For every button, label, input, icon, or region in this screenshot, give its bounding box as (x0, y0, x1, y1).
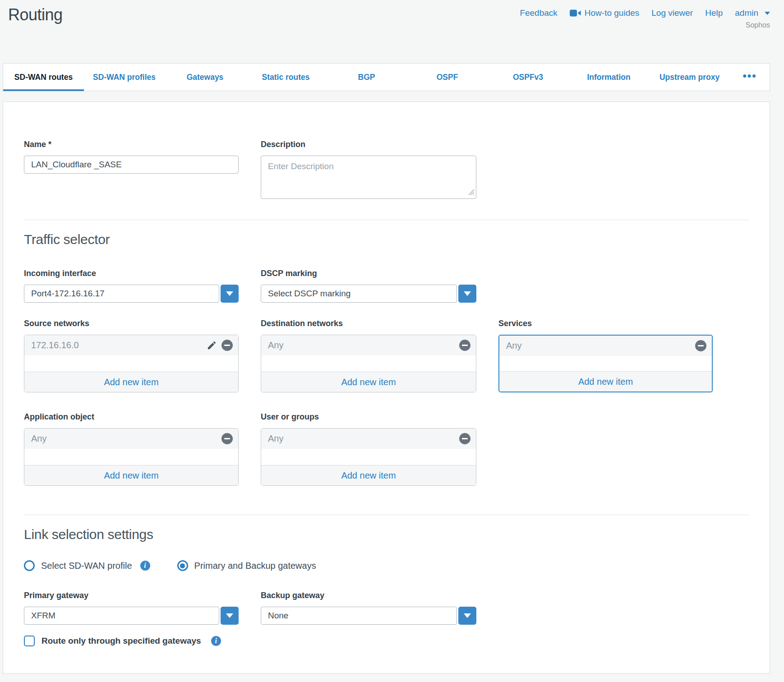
remove-item-icon[interactable] (221, 433, 233, 444)
add-new-item-button[interactable]: Add new item (499, 371, 712, 392)
more-tabs-button[interactable]: ••• (730, 64, 770, 91)
description-label: Description (261, 140, 476, 149)
application-object-field: Application object Any Add new item (24, 412, 239, 486)
user-or-groups-label: User or groups (261, 412, 476, 422)
services-label: Services (498, 319, 713, 328)
backup-gateway-select[interactable]: None (261, 607, 476, 625)
name-input[interactable] (24, 156, 239, 174)
traffic-selector-heading: Traffic selector (24, 232, 749, 247)
tab-bgp[interactable]: BGP (326, 64, 407, 91)
dscp-marking-field: DSCP marking Select DSCP marking (261, 269, 476, 303)
edit-pencil-icon[interactable] (207, 340, 217, 350)
source-networks-listbox: 172.16.16.0 Add new item (24, 335, 239, 392)
destination-networks-listbox: Any Add new item (261, 335, 476, 392)
add-new-item-button[interactable]: Add new item (261, 465, 476, 485)
ellipsis-icon: ••• (742, 69, 756, 82)
remove-item-icon[interactable] (695, 340, 706, 351)
description-field-group: Description (261, 140, 476, 201)
user-or-groups-field: User or groups Any Add new item (261, 412, 476, 486)
incoming-interface-field: Incoming interface Port4-172.16.16.17 (24, 269, 239, 303)
tab-sdwan-routes[interactable]: SD-WAN routes (3, 64, 84, 91)
incoming-interface-select[interactable]: Port4-172.16.16.17 (24, 285, 239, 303)
dscp-marking-select[interactable]: Select DSCP marking (261, 285, 476, 303)
description-textarea[interactable] (261, 156, 476, 199)
backup-gateway-label: Backup gateway (261, 591, 476, 600)
tab-bar: SD-WAN routes SD-WAN profiles Gateways S… (3, 63, 770, 91)
services-field: Services Any Add new item (498, 319, 713, 392)
top-nav: Feedback How-to guides Log viewer Help a… (520, 5, 770, 18)
page-header: Routing Feedback How-to guides Log viewe… (0, 0, 784, 63)
radio-sdwan-profile-label: Select SD-WAN profile (41, 561, 132, 571)
page-title: Routing (8, 5, 63, 63)
destination-networks-field: Destination networks Any Add new item (261, 319, 476, 392)
source-networks-field: Source networks 172.16.16.0 Add new item (24, 319, 239, 392)
radio-primary-backup-gateways[interactable] (177, 560, 188, 571)
info-icon[interactable]: i (211, 636, 221, 646)
triangle-down-icon (464, 613, 471, 618)
tab-static-routes[interactable]: Static routes (245, 64, 326, 91)
listbox-empty-area (261, 355, 476, 372)
admin-menu[interactable]: admin (735, 8, 770, 18)
backup-gateway-field: Backup gateway None (261, 591, 476, 625)
triangle-down-icon (464, 291, 471, 296)
howto-guides-link[interactable]: How-to guides (570, 8, 639, 18)
name-field-group: Name * (24, 140, 239, 174)
route-only-checkbox-label: Route only through specified gateways (42, 636, 201, 646)
list-item: Any (261, 429, 476, 449)
list-item: 172.16.16.0 (24, 335, 238, 355)
name-label: Name * (24, 140, 239, 149)
incoming-interface-label: Incoming interface (24, 269, 239, 278)
listbox-empty-area (499, 356, 712, 371)
remove-item-icon[interactable] (221, 340, 233, 351)
tab-sdwan-profiles[interactable]: SD-WAN profiles (84, 64, 165, 91)
chevron-down-icon (765, 12, 770, 15)
log-viewer-link[interactable]: Log viewer (651, 8, 693, 18)
destination-networks-label: Destination networks (261, 319, 476, 328)
radio-primary-backup-label: Primary and Backup gateways (194, 561, 316, 571)
list-item: Any (499, 336, 712, 356)
section-divider (24, 220, 749, 220)
dropdown-toggle-button[interactable] (458, 607, 476, 625)
user-or-groups-listbox: Any Add new item (261, 428, 476, 486)
tab-gateways[interactable]: Gateways (165, 64, 245, 91)
route-only-checkbox-row: Route only through specified gateways i (24, 636, 749, 646)
tab-ospfv3[interactable]: OSPFv3 (488, 64, 568, 91)
listbox-empty-area (261, 449, 476, 465)
help-link[interactable]: Help (705, 8, 723, 18)
feedback-link[interactable]: Feedback (520, 8, 557, 18)
link-selection-heading: Link selection settings (24, 527, 749, 542)
application-object-label: Application object (24, 412, 239, 422)
radio-sdwan-profile[interactable] (24, 560, 35, 571)
add-new-item-button[interactable]: Add new item (24, 465, 238, 485)
dropdown-toggle-button[interactable] (221, 607, 239, 625)
tab-ospf[interactable]: OSPF (407, 64, 488, 91)
tab-information[interactable]: Information (568, 64, 649, 91)
list-item: Any (261, 335, 476, 355)
add-new-item-button[interactable]: Add new item (24, 372, 238, 392)
brand-label: Sophos (520, 21, 770, 29)
tab-upstream-proxy[interactable]: Upstream proxy (649, 64, 730, 91)
video-camera-icon (570, 9, 581, 17)
triangle-down-icon (226, 613, 233, 618)
info-icon[interactable]: i (140, 561, 150, 571)
remove-item-icon[interactable] (459, 433, 470, 444)
dropdown-toggle-button[interactable] (458, 285, 476, 303)
dscp-marking-label: DSCP marking (261, 269, 476, 278)
add-new-item-button[interactable]: Add new item (261, 372, 476, 392)
listbox-empty-area (24, 449, 238, 465)
link-selection-radio-group: Select SD-WAN profile i Primary and Back… (24, 560, 749, 571)
route-only-checkbox[interactable] (24, 636, 35, 646)
primary-gateway-select[interactable]: XFRM (24, 607, 239, 625)
primary-gateway-field: Primary gateway XFRM (24, 591, 239, 625)
source-networks-label: Source networks (24, 319, 239, 328)
services-listbox: Any Add new item (498, 335, 713, 392)
primary-gateway-label: Primary gateway (24, 591, 239, 600)
section-divider (24, 515, 749, 515)
triangle-down-icon (226, 291, 233, 296)
sdwan-route-form: Name * Description Traffic selector Inco… (3, 101, 770, 674)
listbox-empty-area (24, 355, 238, 372)
application-object-listbox: Any Add new item (24, 428, 239, 486)
remove-item-icon[interactable] (459, 340, 470, 351)
dropdown-toggle-button[interactable] (221, 285, 239, 303)
list-item: Any (24, 429, 238, 449)
